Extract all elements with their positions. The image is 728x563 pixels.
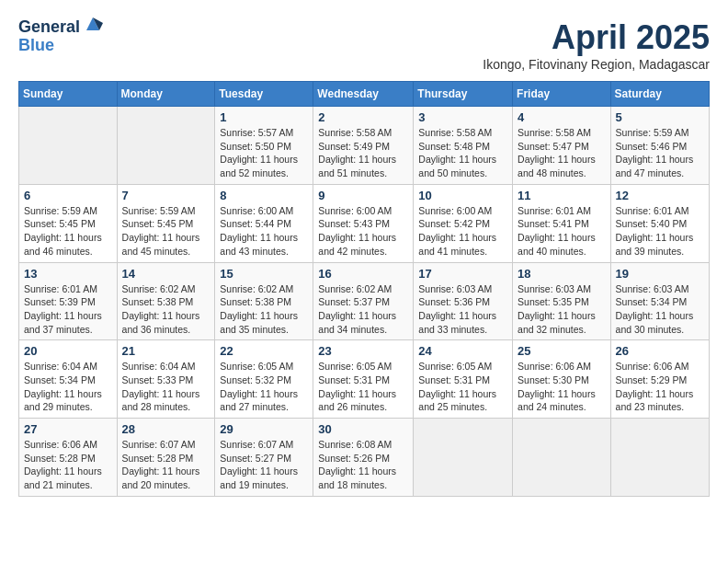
day-number: 25 xyxy=(518,344,606,358)
calendar-cell: 22 Sunrise: 6:05 AM Sunset: 5:32 PM Dayl… xyxy=(215,340,313,419)
calendar-week-row: 1 Sunrise: 5:57 AM Sunset: 5:50 PM Dayli… xyxy=(19,107,710,185)
calendar-cell: 29 Sunrise: 6:07 AM Sunset: 5:27 PM Dayl… xyxy=(215,419,313,497)
day-info: Sunrise: 6:01 AM Sunset: 5:41 PM Dayligh… xyxy=(518,205,596,257)
calendar-cell: 23 Sunrise: 6:05 AM Sunset: 5:31 PM Dayl… xyxy=(313,340,414,419)
day-number: 4 xyxy=(518,110,606,124)
day-header-monday: Monday xyxy=(117,82,215,107)
day-info: Sunrise: 5:58 AM Sunset: 5:48 PM Dayligh… xyxy=(418,127,496,178)
logo: General Blue xyxy=(18,18,103,55)
calendar-cell: 19 Sunrise: 6:03 AM Sunset: 5:34 PM Dayl… xyxy=(610,262,709,340)
day-number: 5 xyxy=(616,110,704,124)
day-number: 6 xyxy=(24,189,112,202)
calendar-cell: 11 Sunrise: 6:01 AM Sunset: 5:41 PM Dayl… xyxy=(513,184,611,262)
day-number: 2 xyxy=(318,110,408,124)
day-info: Sunrise: 5:58 AM Sunset: 5:47 PM Dayligh… xyxy=(518,127,596,178)
day-number: 17 xyxy=(418,267,507,281)
calendar-cell: 6 Sunrise: 5:59 AM Sunset: 5:45 PM Dayli… xyxy=(19,184,118,262)
day-number: 1 xyxy=(220,110,308,124)
calendar-table: SundayMondayTuesdayWednesdayThursdayFrid… xyxy=(18,81,710,497)
day-header-friday: Friday xyxy=(513,82,611,107)
day-info: Sunrise: 6:08 AM Sunset: 5:26 PM Dayligh… xyxy=(318,439,396,490)
calendar-cell xyxy=(610,419,709,497)
day-info: Sunrise: 6:05 AM Sunset: 5:32 PM Dayligh… xyxy=(220,361,298,412)
calendar-week-row: 13 Sunrise: 6:01 AM Sunset: 5:39 PM Dayl… xyxy=(19,262,710,340)
day-header-tuesday: Tuesday xyxy=(215,82,313,107)
logo-icon xyxy=(83,14,103,34)
day-number: 18 xyxy=(518,267,606,281)
logo-general: General xyxy=(18,18,80,37)
day-info: Sunrise: 6:03 AM Sunset: 5:34 PM Dayligh… xyxy=(616,283,694,335)
day-number: 30 xyxy=(318,422,408,436)
day-info: Sunrise: 5:59 AM Sunset: 5:46 PM Dayligh… xyxy=(616,127,694,178)
calendar-cell: 20 Sunrise: 6:04 AM Sunset: 5:34 PM Dayl… xyxy=(19,340,118,419)
calendar-week-row: 27 Sunrise: 6:06 AM Sunset: 5:28 PM Dayl… xyxy=(19,419,710,497)
calendar-cell xyxy=(414,419,513,497)
day-info: Sunrise: 5:58 AM Sunset: 5:49 PM Dayligh… xyxy=(318,127,396,178)
calendar-cell: 15 Sunrise: 6:02 AM Sunset: 5:38 PM Dayl… xyxy=(215,262,313,340)
calendar-cell: 9 Sunrise: 6:00 AM Sunset: 5:43 PM Dayli… xyxy=(313,184,414,262)
day-info: Sunrise: 6:01 AM Sunset: 5:40 PM Dayligh… xyxy=(616,205,694,257)
calendar-cell: 26 Sunrise: 6:06 AM Sunset: 5:29 PM Dayl… xyxy=(610,340,709,419)
calendar-header-row: SundayMondayTuesdayWednesdayThursdayFrid… xyxy=(19,82,710,107)
calendar-cell: 30 Sunrise: 6:08 AM Sunset: 5:26 PM Dayl… xyxy=(313,419,414,497)
calendar-cell: 4 Sunrise: 5:58 AM Sunset: 5:47 PM Dayli… xyxy=(513,107,611,185)
day-info: Sunrise: 6:04 AM Sunset: 5:33 PM Dayligh… xyxy=(122,361,200,412)
day-number: 21 xyxy=(122,344,210,358)
day-number: 24 xyxy=(418,344,507,358)
day-number: 19 xyxy=(616,267,704,281)
day-info: Sunrise: 6:01 AM Sunset: 5:39 PM Dayligh… xyxy=(24,283,102,335)
calendar-cell xyxy=(117,107,215,185)
day-number: 23 xyxy=(318,344,408,358)
day-info: Sunrise: 5:57 AM Sunset: 5:50 PM Dayligh… xyxy=(220,127,298,178)
calendar-cell: 7 Sunrise: 5:59 AM Sunset: 5:45 PM Dayli… xyxy=(117,184,215,262)
calendar-cell: 28 Sunrise: 6:07 AM Sunset: 5:28 PM Dayl… xyxy=(117,419,215,497)
day-number: 10 xyxy=(418,189,507,202)
calendar-cell xyxy=(513,419,611,497)
day-number: 12 xyxy=(616,189,704,202)
day-info: Sunrise: 6:06 AM Sunset: 5:29 PM Dayligh… xyxy=(616,361,694,412)
day-info: Sunrise: 6:03 AM Sunset: 5:36 PM Dayligh… xyxy=(418,283,496,335)
day-info: Sunrise: 5:59 AM Sunset: 5:45 PM Dayligh… xyxy=(24,205,102,257)
calendar-cell xyxy=(19,107,118,185)
day-number: 13 xyxy=(24,267,112,281)
calendar-week-row: 6 Sunrise: 5:59 AM Sunset: 5:45 PM Dayli… xyxy=(19,184,710,262)
day-header-saturday: Saturday xyxy=(610,82,709,107)
day-info: Sunrise: 6:02 AM Sunset: 5:38 PM Dayligh… xyxy=(220,283,298,335)
calendar-cell: 24 Sunrise: 6:05 AM Sunset: 5:31 PM Dayl… xyxy=(414,340,513,419)
calendar-cell: 16 Sunrise: 6:02 AM Sunset: 5:37 PM Dayl… xyxy=(313,262,414,340)
month-title: April 2025 xyxy=(483,18,710,57)
day-number: 27 xyxy=(24,422,112,436)
day-number: 14 xyxy=(122,267,210,281)
calendar-cell: 13 Sunrise: 6:01 AM Sunset: 5:39 PM Dayl… xyxy=(19,262,118,340)
day-number: 22 xyxy=(220,344,308,358)
calendar-cell: 27 Sunrise: 6:06 AM Sunset: 5:28 PM Dayl… xyxy=(19,419,118,497)
calendar-cell: 25 Sunrise: 6:06 AM Sunset: 5:30 PM Dayl… xyxy=(513,340,611,419)
day-number: 3 xyxy=(418,110,507,124)
logo-blue: Blue xyxy=(18,37,103,55)
day-header-thursday: Thursday xyxy=(414,82,513,107)
day-info: Sunrise: 6:05 AM Sunset: 5:31 PM Dayligh… xyxy=(418,361,496,412)
day-header-sunday: Sunday xyxy=(19,82,118,107)
day-number: 28 xyxy=(122,422,210,436)
day-number: 11 xyxy=(518,189,606,202)
calendar-week-row: 20 Sunrise: 6:04 AM Sunset: 5:34 PM Dayl… xyxy=(19,340,710,419)
title-block: April 2025 Ikongo, Fitovinany Region, Ma… xyxy=(483,18,710,72)
day-info: Sunrise: 6:07 AM Sunset: 5:28 PM Dayligh… xyxy=(122,439,200,490)
calendar-cell: 14 Sunrise: 6:02 AM Sunset: 5:38 PM Dayl… xyxy=(117,262,215,340)
day-number: 20 xyxy=(24,344,112,358)
calendar-cell: 12 Sunrise: 6:01 AM Sunset: 5:40 PM Dayl… xyxy=(610,184,709,262)
day-header-wednesday: Wednesday xyxy=(313,82,414,107)
day-number: 29 xyxy=(220,422,308,436)
day-info: Sunrise: 6:02 AM Sunset: 5:37 PM Dayligh… xyxy=(318,283,396,335)
calendar-cell: 1 Sunrise: 5:57 AM Sunset: 5:50 PM Dayli… xyxy=(215,107,313,185)
day-info: Sunrise: 6:02 AM Sunset: 5:38 PM Dayligh… xyxy=(122,283,200,335)
day-number: 7 xyxy=(122,189,210,202)
calendar-cell: 8 Sunrise: 6:00 AM Sunset: 5:44 PM Dayli… xyxy=(215,184,313,262)
day-number: 15 xyxy=(220,267,308,281)
day-info: Sunrise: 6:03 AM Sunset: 5:35 PM Dayligh… xyxy=(518,283,596,335)
day-info: Sunrise: 6:06 AM Sunset: 5:28 PM Dayligh… xyxy=(24,439,102,490)
logo-text: General Blue xyxy=(18,18,103,55)
day-number: 9 xyxy=(318,189,408,202)
calendar-cell: 5 Sunrise: 5:59 AM Sunset: 5:46 PM Dayli… xyxy=(610,107,709,185)
day-info: Sunrise: 5:59 AM Sunset: 5:45 PM Dayligh… xyxy=(122,205,200,257)
